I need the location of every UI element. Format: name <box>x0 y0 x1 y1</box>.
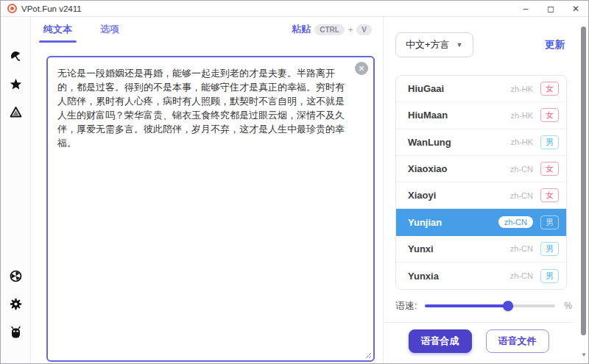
chevron-down-icon: ▼ <box>456 41 463 49</box>
editor-panel: 纯文本 选项 粘贴 CTRL + V 无论是一段婚姻还是再婚，能够一起走到老的才… <box>31 17 384 364</box>
voice-locale: zh-CN <box>510 165 533 174</box>
gender-badge: 男 <box>540 215 559 229</box>
rate-slider[interactable] <box>425 301 556 311</box>
gender-badge: 女 <box>540 162 559 176</box>
tab-bar: 纯文本 选项 粘贴 CTRL + V <box>31 17 383 42</box>
voice-locale: zh-CN <box>510 244 533 253</box>
gender-badge: 男 <box>540 135 559 149</box>
voice-locale: zh-HK <box>510 111 533 120</box>
synthesize-button[interactable]: 语音合成 <box>409 329 472 353</box>
voice-name: Xiaoxiao <box>408 163 510 174</box>
gear-icon[interactable] <box>10 298 22 310</box>
tab-plain-text[interactable]: 纯文本 <box>39 17 77 43</box>
window-controls: – ◻ ✕ <box>513 1 588 16</box>
rate-unit: % <box>564 301 572 311</box>
gender-badge: 女 <box>540 108 559 122</box>
voice-name: HiuMaan <box>408 110 510 121</box>
voice-panel: 中文+方言 ▼ 更新 HiuGaaizh-HK女HiuMaanzh-HK女Wan… <box>384 17 588 364</box>
voice-name: Yunxia <box>408 271 510 282</box>
rate-slider-thumb[interactable] <box>503 301 513 311</box>
umbrella-icon[interactable] <box>10 50 22 63</box>
maximize-button[interactable]: ◻ <box>538 1 563 16</box>
rate-label: 语速: <box>395 299 417 313</box>
voice-locale: zh-CN <box>498 216 533 228</box>
scrollbar-down-arrow-icon[interactable]: ▼ <box>581 351 587 358</box>
paste-button[interactable]: 粘贴 <box>292 23 311 36</box>
voice-name: WanLung <box>408 137 510 148</box>
voice-name: Xiaoyi <box>408 190 510 201</box>
divider <box>384 322 574 323</box>
key-v-badge: V <box>356 24 372 35</box>
close-button[interactable]: ✕ <box>563 1 588 16</box>
shutter-icon[interactable] <box>10 270 22 282</box>
key-plus: + <box>348 25 353 34</box>
voice-row[interactable]: HiuMaanzh-HK女 <box>396 102 566 129</box>
voice-row[interactable]: Yunjianzh-CN男 <box>396 209 566 235</box>
gender-badge: 男 <box>540 242 559 256</box>
key-ctrl-badge: CTRL <box>314 24 345 35</box>
voice-row[interactable]: Yunxizh-CN男 <box>396 236 566 263</box>
gender-badge: 女 <box>540 82 559 96</box>
voice-file-button[interactable]: 语音文件 <box>486 329 549 353</box>
voice-row[interactable]: Xiaoxiaozh-CN女 <box>396 156 566 182</box>
voice-row[interactable]: Yunxiazh-CN男 <box>396 263 566 289</box>
language-select-value: 中文+方言 <box>406 38 450 51</box>
vertical-scrollbar[interactable]: ▼ <box>581 23 587 357</box>
robot-icon[interactable] <box>10 326 22 338</box>
window-title: VPot.Fun v2411 <box>21 4 82 13</box>
voice-locale: zh-CN <box>510 271 533 280</box>
star-icon[interactable] <box>10 78 22 90</box>
language-select[interactable]: 中文+方言 ▼ <box>395 32 473 57</box>
titlebar: VPot.Fun v2411 – ◻ ✕ <box>1 1 588 17</box>
voice-list: HiuGaaizh-HK女HiuMaanzh-HK女WanLungzh-HK男X… <box>395 75 567 290</box>
refresh-voices-button[interactable]: 更新 <box>545 38 565 51</box>
voice-row[interactable]: WanLungzh-HK男 <box>396 129 566 156</box>
sidebar <box>1 17 31 364</box>
voice-locale: zh-CN <box>510 191 533 200</box>
voice-row[interactable]: Xiaoyizh-CN女 <box>396 182 566 209</box>
app-window: VPot.Fun v2411 – ◻ ✕ <box>0 0 589 364</box>
voice-name: Yunjian <box>408 217 498 228</box>
voice-locale: zh-HK <box>510 85 533 93</box>
rate-row: 语速: % <box>395 299 572 313</box>
voice-name: HiuGaai <box>408 83 510 94</box>
voice-locale: zh-HK <box>510 138 533 146</box>
clear-text-button[interactable]: ✕ <box>355 62 368 75</box>
text-input[interactable]: 无论是一段婚姻还是再婚，能够一起走到老的才是夫妻。半路离开的，都是过客。得到的不… <box>46 56 375 362</box>
voice-name: Yunxi <box>408 243 510 254</box>
gender-badge: 女 <box>540 188 559 202</box>
minimize-button[interactable]: – <box>513 1 538 16</box>
tab-options[interactable]: 选项 <box>96 17 124 43</box>
gender-badge: 男 <box>540 269 559 283</box>
resize-handle[interactable] <box>364 351 371 358</box>
paste-shortcut: 粘贴 CTRL + V <box>292 23 372 36</box>
app-logo-icon <box>7 4 17 13</box>
triangle-icon[interactable] <box>10 106 22 118</box>
scrollbar-thumb[interactable] <box>581 26 586 335</box>
voice-row[interactable]: HiuGaaizh-HK女 <box>396 76 566 102</box>
